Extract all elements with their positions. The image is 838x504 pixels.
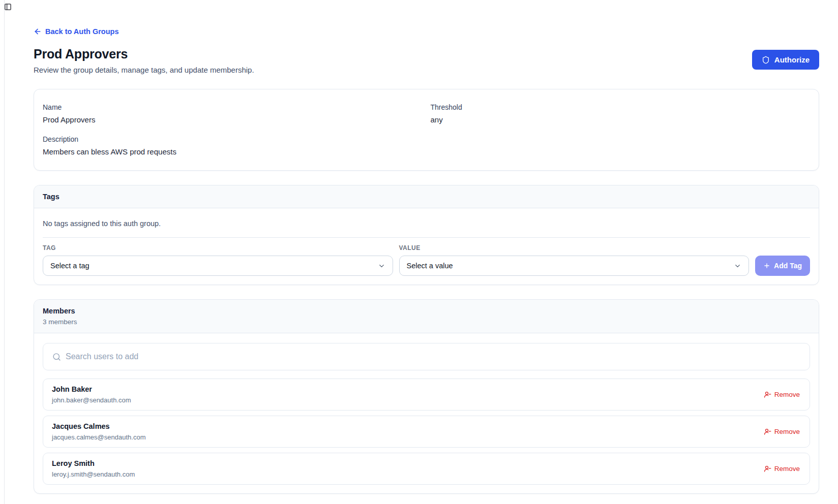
field-name: Name Prod Approvers <box>43 103 423 125</box>
tag-select-column: TAG Select a tag <box>43 244 393 276</box>
threshold-label: Threshold <box>431 103 811 112</box>
page-header-text: Prod Approvers Review the group details,… <box>34 46 254 75</box>
description-label: Description <box>43 135 423 144</box>
page-subtitle: Review the group details, manage tags, a… <box>34 65 254 75</box>
member-info: John Baker john.baker@sendauth.com <box>52 385 131 404</box>
group-details-card: Name Prod Approvers Threshold any Descri… <box>34 89 819 171</box>
chevron-down-icon <box>378 262 385 270</box>
member-row: Leroy Smith leroy.j.smith@sendauth.com R… <box>43 453 810 485</box>
authorize-button[interactable]: Authorize <box>752 50 819 70</box>
member-row: Jacques Calmes jacques.calmes@sendauth.c… <box>43 416 810 448</box>
collapsed-sidebar <box>0 0 5 504</box>
name-value: Prod Approvers <box>43 115 423 125</box>
remove-button-label: Remove <box>774 391 800 398</box>
user-minus-icon <box>764 465 771 472</box>
name-label: Name <box>43 103 423 112</box>
member-list: John Baker john.baker@sendauth.com Remov… <box>43 379 810 485</box>
member-search-box <box>43 343 810 370</box>
member-email: leroy.j.smith@sendauth.com <box>52 470 135 479</box>
member-name: Leroy Smith <box>52 459 135 468</box>
members-section-title: Members <box>43 306 810 316</box>
member-info: Leroy Smith leroy.j.smith@sendauth.com <box>52 459 135 479</box>
page-title: Prod Approvers <box>34 46 254 61</box>
add-tag-button-label: Add Tag <box>774 262 802 270</box>
member-search-input[interactable] <box>66 352 800 361</box>
member-email: john.baker@sendauth.com <box>52 396 131 404</box>
user-minus-icon <box>764 391 771 398</box>
value-select-label: VALUE <box>399 244 750 251</box>
remove-member-button[interactable]: Remove <box>763 389 801 400</box>
field-threshold: Threshold any <box>431 103 811 125</box>
tag-select-value: Select a tag <box>50 262 89 270</box>
remove-button-label: Remove <box>774 428 800 435</box>
back-link-label: Back to Auth Groups <box>45 26 118 37</box>
tag-select[interactable]: Select a tag <box>43 256 393 276</box>
threshold-value: any <box>431 115 811 125</box>
arrow-left-icon <box>34 27 42 36</box>
field-description: Description Members can bless AWS prod r… <box>43 135 423 157</box>
member-email: jacques.calmes@sendauth.com <box>52 433 145 442</box>
member-name: John Baker <box>52 385 131 394</box>
remove-button-label: Remove <box>774 465 800 472</box>
description-value: Members can bless AWS prod requests <box>43 147 423 157</box>
member-info: Jacques Calmes jacques.calmes@sendauth.c… <box>52 422 145 442</box>
member-row: John Baker john.baker@sendauth.com Remov… <box>43 379 810 411</box>
value-select-value: Select a value <box>407 262 453 270</box>
tags-card-body: No tags assigned to this auth group. TAG… <box>34 208 819 285</box>
sidebar-toggle-button[interactable] <box>4 3 15 14</box>
tags-divider <box>43 237 810 238</box>
search-icon <box>52 353 61 361</box>
remove-member-button[interactable]: Remove <box>763 426 801 437</box>
back-to-auth-groups-link[interactable]: Back to Auth Groups <box>34 26 118 37</box>
panel-left-icon <box>4 3 12 12</box>
remove-member-button[interactable]: Remove <box>763 463 801 475</box>
value-select-column: VALUE Select a value <box>399 244 750 276</box>
main-content: Back to Auth Groups Prod Approvers Revie… <box>5 0 838 504</box>
add-tag-form: TAG Select a tag VALUE Select a value <box>43 244 810 276</box>
plus-icon <box>763 262 770 269</box>
tags-section-title: Tags <box>43 192 810 202</box>
members-card: Members 3 members John Baker <box>34 299 819 494</box>
tags-card: Tags No tags assigned to this auth group… <box>34 185 819 285</box>
add-tag-button[interactable]: Add Tag <box>755 256 810 276</box>
group-details-grid: Name Prod Approvers Threshold any Descri… <box>43 103 810 157</box>
chevron-down-icon <box>734 262 741 270</box>
members-card-body: John Baker john.baker@sendauth.com Remov… <box>34 333 819 493</box>
tags-card-header: Tags <box>34 185 819 208</box>
members-card-header: Members 3 members <box>34 300 819 333</box>
app-root: Back to Auth Groups Prod Approvers Revie… <box>0 0 838 504</box>
authorize-button-label: Authorize <box>774 55 810 64</box>
member-name: Jacques Calmes <box>52 422 145 431</box>
page-header: Prod Approvers Review the group details,… <box>34 46 819 75</box>
value-select[interactable]: Select a value <box>399 256 750 276</box>
shield-icon <box>762 56 770 64</box>
tag-select-label: TAG <box>43 244 393 251</box>
user-minus-icon <box>764 428 771 435</box>
tags-empty-message: No tags assigned to this auth group. <box>43 218 810 229</box>
members-count: 3 members <box>43 318 810 327</box>
